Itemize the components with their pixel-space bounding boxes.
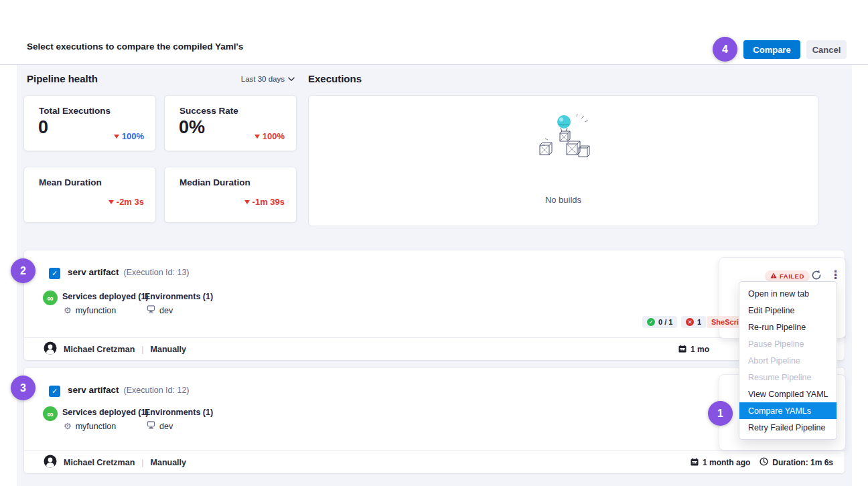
trend-down-icon (255, 135, 260, 139)
warning-triangle-icon (770, 272, 777, 280)
time-ago: 1 mo (691, 345, 709, 354)
failed-x-icon: ✕ (686, 318, 694, 326)
chevron-down-icon (288, 75, 295, 83)
execution-name[interactable]: serv artifact (68, 385, 119, 395)
trigger-type: Manually (151, 458, 187, 467)
success-count-chip: ✓ 0 / 1 (642, 316, 677, 328)
metric-label: Total Executions (39, 106, 111, 116)
compare-button[interactable]: Compare (743, 40, 800, 59)
trigger-type: Manually (151, 345, 187, 354)
environment-icon (147, 421, 155, 431)
duration: Duration: 1m 6s (772, 458, 833, 467)
time-ago: 1 month ago (703, 458, 750, 467)
environments-label: Environments (1) (145, 408, 213, 417)
executions-title: Executions (308, 73, 362, 84)
execution-card-13: ✓ serv artifact (Execution Id: 13) ∞ Ser… (23, 250, 845, 361)
annotation-step-3: 3 (11, 376, 35, 400)
metric-value: 0% (179, 117, 205, 138)
service-item: ⚙ myfunction (64, 421, 116, 431)
environment-item: dev (147, 421, 173, 431)
cancel-button[interactable]: Cancel (806, 40, 847, 59)
footer-separator: | (141, 345, 143, 354)
trend-down-icon (114, 135, 119, 139)
execution-footer: Michael Cretzman | Manually 1 month ago … (24, 451, 845, 473)
metric-label: Success Rate (179, 106, 238, 116)
triggered-by: Michael Cretzman (64, 458, 135, 467)
metric-card-total-executions: Total Executions 0 100% (23, 95, 156, 151)
metric-label: Median Duration (179, 177, 250, 187)
calendar-icon (678, 345, 686, 355)
menu-item-view-compiled-yaml[interactable]: View Compiled YAML (739, 386, 837, 402)
execution-checkbox[interactable]: ✓ (49, 386, 60, 397)
gear-icon: ⚙ (64, 305, 72, 315)
status-badge: FAILED (765, 270, 810, 282)
menu-item-edit-pipeline[interactable]: Edit Pipeline (739, 302, 837, 319)
triggered-by: Michael Cretzman (64, 345, 135, 354)
calendar-icon (691, 458, 699, 468)
page-title: Select executions to compare the compile… (27, 42, 243, 52)
services-deployed-label: Services deployed (1) (62, 292, 149, 301)
execution-footer: Michael Cretzman | Manually 1 mo (24, 337, 845, 360)
execution-id: (Execution Id: 12) (124, 386, 190, 395)
environment-icon (147, 305, 155, 315)
success-check-icon: ✓ (647, 318, 655, 326)
menu-item-pause-pipeline: Pause Pipeline (739, 335, 837, 352)
metric-delta: 100% (114, 131, 144, 141)
metric-delta: -2m 3s (108, 197, 144, 207)
menu-item-open-in-new-tab[interactable]: Open in new tab (739, 285, 837, 302)
menu-item-rerun-pipeline[interactable]: Re-run Pipeline (739, 319, 837, 335)
services-deployed-label: Services deployed (1) (62, 408, 149, 417)
metric-delta: -1m 39s (244, 197, 285, 207)
avatar (44, 455, 57, 470)
service-item: ⚙ myfunction (64, 305, 116, 315)
metric-delta: 100% (255, 131, 285, 141)
execution-id: (Execution Id: 13) (124, 268, 190, 277)
annotation-step-1: 1 (708, 401, 733, 426)
environments-label: Environments (1) (145, 292, 213, 301)
compare-executions-page: Select executions to compare the compile… (0, 0, 868, 486)
menu-item-retry-failed-pipeline[interactable]: Retry Failed Pipeline (739, 419, 837, 436)
cd-module-icon: ∞ (43, 406, 58, 421)
no-builds-illustration-icon (534, 113, 593, 164)
time-range-select[interactable]: Last 30 days (228, 75, 295, 83)
annotation-step-4: 4 (713, 37, 737, 62)
trend-down-icon (244, 200, 250, 204)
pipeline-health-title: Pipeline health (27, 73, 98, 84)
menu-item-compare-yamls[interactable]: Compare YAMLs (739, 402, 837, 419)
no-builds-text: No builds (309, 195, 818, 205)
menu-item-resume-pipeline: Resume Pipeline (739, 369, 837, 386)
clock-icon (760, 457, 768, 468)
execution-checkbox[interactable]: ✓ (49, 268, 60, 279)
metric-card-median-duration: Median Duration -1m 39s (164, 167, 297, 223)
footer-separator: | (141, 458, 143, 467)
cd-module-icon: ∞ (43, 291, 58, 305)
metric-card-mean-duration: Mean Duration -2m 3s (23, 167, 156, 223)
time-range-label: Last 30 days (241, 75, 285, 83)
menu-item-abort-pipeline: Abort Pipeline (739, 352, 837, 369)
metric-value: 0 (38, 117, 48, 138)
pipeline-context-menu: Open in new tab Edit Pipeline Re-run Pip… (739, 281, 837, 440)
environment-item: dev (147, 305, 173, 315)
avatar (44, 341, 57, 357)
metric-label: Mean Duration (39, 177, 102, 187)
annotation-step-2: 2 (11, 258, 35, 283)
failed-count-chip: ✕ 1 (681, 316, 706, 328)
execution-name[interactable]: serv artifact (68, 267, 119, 277)
gear-icon: ⚙ (64, 421, 72, 431)
trend-down-icon (108, 200, 114, 204)
metric-card-success-rate: Success Rate 0% 100% (164, 95, 297, 151)
executions-empty-panel: No builds (308, 95, 818, 226)
rerun-icon[interactable] (810, 269, 822, 281)
